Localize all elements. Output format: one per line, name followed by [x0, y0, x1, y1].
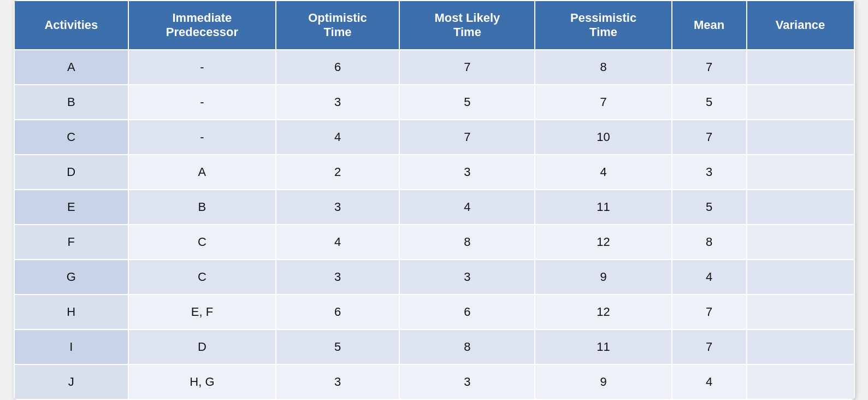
col-optimistic-header: OptimisticTime	[276, 1, 400, 50]
cell-most_likely-0: 7	[399, 50, 535, 85]
cell-predecessor-9: H, G	[128, 364, 276, 399]
cell-mean-8: 7	[672, 330, 747, 364]
table-row: C-47107	[14, 120, 854, 155]
cell-most_likely-4: 4	[399, 190, 535, 225]
cell-activity-4: E	[14, 190, 129, 225]
cell-most_likely-2: 7	[399, 120, 535, 155]
cell-optimistic-1: 3	[276, 85, 400, 120]
cell-pessimistic-6: 9	[535, 260, 671, 295]
cell-variance-4	[747, 190, 854, 225]
col-pessimistic-header: PessimisticTime	[535, 1, 671, 50]
cell-optimistic-8: 5	[276, 330, 400, 364]
cell-variance-2	[747, 120, 854, 155]
cell-mean-3: 3	[672, 155, 747, 190]
cell-activity-0: A	[14, 50, 129, 85]
cell-mean-0: 7	[672, 50, 747, 85]
cell-most_likely-8: 8	[399, 330, 535, 364]
col-activities-header: Activities	[14, 1, 129, 50]
table-row: HE, F66127	[14, 295, 854, 330]
cell-pessimistic-1: 7	[535, 85, 671, 120]
cell-pessimistic-3: 4	[535, 155, 671, 190]
cell-most_likely-7: 6	[399, 295, 535, 330]
table-row: JH, G3394	[14, 364, 854, 399]
cell-optimistic-7: 6	[276, 295, 400, 330]
header-row: Activities ImmediatePredecessor Optimist…	[14, 1, 854, 50]
cell-mean-9: 4	[672, 364, 747, 399]
cell-mean-4: 5	[672, 190, 747, 225]
cell-activity-6: G	[14, 260, 129, 295]
cell-pessimistic-4: 11	[535, 190, 671, 225]
cell-predecessor-3: A	[128, 155, 276, 190]
cell-activity-8: I	[14, 330, 129, 364]
cell-optimistic-2: 4	[276, 120, 400, 155]
col-most-likely-header: Most LikelyTime	[399, 1, 535, 50]
cell-pessimistic-8: 11	[535, 330, 671, 364]
cell-most_likely-5: 8	[399, 225, 535, 260]
table-row: A-6787	[14, 50, 854, 85]
cell-variance-3	[747, 155, 854, 190]
cell-optimistic-9: 3	[276, 364, 400, 399]
cell-most_likely-1: 5	[399, 85, 535, 120]
cell-pessimistic-9: 9	[535, 364, 671, 399]
table-row: GC3394	[14, 260, 854, 295]
cell-predecessor-6: C	[128, 260, 276, 295]
cell-variance-9	[747, 364, 854, 399]
table-row: DA2343	[14, 155, 854, 190]
cell-predecessor-8: D	[128, 330, 276, 364]
col-mean-header: Mean	[672, 1, 747, 50]
col-variance-header: Variance	[747, 1, 854, 50]
cell-predecessor-5: C	[128, 225, 276, 260]
cell-most_likely-3: 3	[399, 155, 535, 190]
cell-predecessor-7: E, F	[128, 295, 276, 330]
cell-most_likely-9: 3	[399, 364, 535, 399]
cell-optimistic-5: 4	[276, 225, 400, 260]
cell-activity-3: D	[14, 155, 129, 190]
table-row: ID58117	[14, 330, 854, 364]
cell-predecessor-0: -	[128, 50, 276, 85]
cell-variance-5	[747, 225, 854, 260]
table-row: B-3575	[14, 85, 854, 120]
cell-predecessor-4: B	[128, 190, 276, 225]
cell-variance-0	[747, 50, 854, 85]
cell-activity-1: B	[14, 85, 129, 120]
cell-mean-2: 7	[672, 120, 747, 155]
cell-variance-7	[747, 295, 854, 330]
cell-variance-1	[747, 85, 854, 120]
cell-pessimistic-2: 10	[535, 120, 671, 155]
cell-variance-8	[747, 330, 854, 364]
cell-activity-9: J	[14, 364, 129, 399]
table-body: A-6787B-3575C-47107DA2343EB34115FC48128G…	[14, 50, 854, 399]
cell-pessimistic-5: 12	[535, 225, 671, 260]
cell-mean-1: 5	[672, 85, 747, 120]
cell-pessimistic-0: 8	[535, 50, 671, 85]
cell-activity-7: H	[14, 295, 129, 330]
cell-predecessor-1: -	[128, 85, 276, 120]
pert-table-wrapper: Activities ImmediatePredecessor Optimist…	[14, 0, 855, 400]
cell-variance-6	[747, 260, 854, 295]
cell-optimistic-3: 2	[276, 155, 400, 190]
cell-mean-7: 7	[672, 295, 747, 330]
table-header: Activities ImmediatePredecessor Optimist…	[14, 1, 854, 50]
cell-most_likely-6: 3	[399, 260, 535, 295]
cell-pessimistic-7: 12	[535, 295, 671, 330]
pert-table: Activities ImmediatePredecessor Optimist…	[14, 0, 855, 400]
cell-mean-6: 4	[672, 260, 747, 295]
cell-activity-2: C	[14, 120, 129, 155]
table-row: EB34115	[14, 190, 854, 225]
cell-optimistic-6: 3	[276, 260, 400, 295]
cell-optimistic-0: 6	[276, 50, 400, 85]
col-predecessor-header: ImmediatePredecessor	[128, 1, 276, 50]
table-row: FC48128	[14, 225, 854, 260]
cell-activity-5: F	[14, 225, 129, 260]
cell-optimistic-4: 3	[276, 190, 400, 225]
cell-mean-5: 8	[672, 225, 747, 260]
cell-predecessor-2: -	[128, 120, 276, 155]
